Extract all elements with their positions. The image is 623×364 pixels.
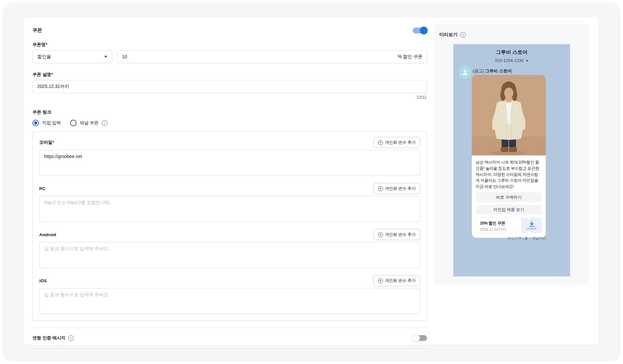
radio-direct-input[interactable]: [32, 120, 39, 126]
coupon-badge-label: COUPON: [527, 228, 537, 230]
coupon-link-label: 쿠폰 링크: [32, 109, 427, 115]
coupon-amount-input[interactable]: [117, 50, 427, 63]
toggle-knob: [420, 27, 428, 34]
message-text: 남성 캐시미어 니트 최대 10%할인 할인중! 놀라울 정도로 부드럽고 포근…: [476, 159, 542, 190]
coupon-desc-label: 쿠폰 설명*: [32, 72, 427, 78]
var-btn-label: 개인화 변수 추가: [385, 278, 416, 284]
coupon-notch: [527, 231, 531, 235]
field-group-pc: PC + 개인화 변수 추가: [39, 183, 420, 223]
var-btn-label: 개인화 변수 추가: [385, 232, 416, 237]
app-window: 쿠폰 쿠폰명* 할인율 % 할인 쿠폰 쿠폰 설명* 12/12 쿠폰 링크: [3, 3, 620, 361]
link-fields-box: 모바일* + 개인화 변수 추가 https://groobee.net PC …: [32, 131, 427, 321]
person-icon: [461, 69, 469, 76]
ios-label: iOS: [39, 278, 47, 283]
coupon-form: 쿠폰 쿠폰명* 할인율 % 할인 쿠폰 쿠폰 설명* 12/12 쿠폰 링크: [32, 18, 427, 349]
sender-name: 그루비 스토어: [485, 68, 512, 73]
coupon-name-label: 쿠폰명*: [32, 42, 427, 48]
plus-circle-icon: +: [378, 140, 383, 145]
view-lineup-button[interactable]: 라인업 제품 보기: [476, 205, 542, 214]
coupon-enable-toggle[interactable]: [413, 28, 427, 33]
ad-prefix: (광고): [473, 68, 484, 73]
plus-circle-icon: +: [378, 186, 383, 191]
coupon-type-value: 할인율: [37, 54, 51, 60]
coupon-type-select[interactable]: 할인율: [32, 50, 112, 63]
phone-preview: 그루비 스토어 010-1234-1234 (광고) 그루비 스토어: [453, 44, 570, 276]
coupon-name: 10% 할인 쿠폰: [480, 221, 521, 226]
var-btn-label: 개인화 변수 추가: [385, 186, 416, 191]
chevron-down-icon: [104, 56, 107, 58]
coupon-download-button[interactable]: COUPON: [521, 218, 542, 233]
download-icon: [529, 221, 535, 227]
phone-number: 010-1234-1234: [495, 58, 523, 63]
var-btn-label: 개인화 변수 추가: [385, 140, 416, 145]
preview-panel: 미리보기 i 그루비 스토어 010-1234-1234 (광고) 그루비 스토…: [434, 24, 589, 285]
char-counter: 12/12: [32, 95, 427, 100]
store-name: 그루비 스토어: [453, 49, 570, 56]
age-verify-info-icon[interactable]: i: [68, 335, 74, 341]
channel-coupon-info-icon[interactable]: i: [102, 120, 107, 126]
chevron-down-icon: [526, 60, 529, 62]
mobile-label: 모바일*: [39, 140, 54, 145]
android-deeplink-textarea[interactable]: [39, 242, 420, 268]
toggle-knob: [412, 334, 420, 342]
sender-avatar: [459, 66, 471, 79]
product-photo: [472, 75, 546, 155]
coupon-expiry: 2025.12.31까지: [480, 227, 521, 232]
section-title-coupon: 쿠폰: [32, 27, 42, 33]
phone-number-row[interactable]: 010-1234-1234: [453, 58, 570, 63]
age-verify-toggle[interactable]: [413, 335, 427, 341]
mobile-url-textarea[interactable]: https://groobee.net: [39, 150, 420, 176]
ios-deeplink-textarea[interactable]: [39, 288, 420, 314]
ad-sender-line: (광고) 그루비 스토어: [473, 68, 512, 74]
coupon-settings-card: 쿠폰 쿠폰명* 할인율 % 할인 쿠폰 쿠폰 설명* 12/12 쿠폰 링크: [23, 18, 599, 345]
add-personalization-variable-button[interactable]: + 개인화 변수 추가: [373, 137, 420, 148]
radio-channel-coupon[interactable]: [70, 120, 77, 126]
preview-title: 미리보기: [439, 32, 458, 38]
radio-direct-label: 직접 입력: [42, 120, 61, 126]
coupon-notch: [527, 216, 531, 220]
message-card: 남성 캐시미어 니트 최대 10%할인 할인중! 놀라울 정도로 부드럽고 포근…: [472, 75, 546, 238]
field-group-mobile: 모바일* + 개인화 변수 추가 https://groobee.net: [39, 137, 420, 177]
plus-circle-icon: +: [378, 278, 383, 283]
pc-url-textarea[interactable]: [39, 196, 420, 222]
section-divider: [32, 348, 427, 349]
plus-circle-icon: +: [378, 232, 383, 237]
android-label: Android: [39, 232, 56, 237]
unsubscribe-footer[interactable]: 수신거부 | 홈 > 채널차단: [472, 236, 546, 241]
add-personalization-variable-button[interactable]: + 개인화 변수 추가: [373, 183, 420, 194]
coupon-desc-input[interactable]: [32, 80, 427, 93]
radio-channel-label: 채널 쿠폰: [80, 120, 99, 126]
add-personalization-variable-button[interactable]: + 개인화 변수 추가: [373, 229, 420, 240]
add-personalization-variable-button[interactable]: + 개인화 변수 추가: [373, 275, 420, 286]
preview-info-icon[interactable]: i: [460, 32, 466, 38]
age-verify-label: 연령 인증 메시지: [32, 335, 66, 341]
buy-now-button[interactable]: 바로 구매하기: [476, 192, 542, 202]
coupon-widget: 10% 할인 쿠폰 2025.12.31까지 COUPON: [476, 218, 542, 233]
field-group-ios: iOS + 개인화 변수 추가: [39, 275, 420, 315]
pc-label: PC: [39, 186, 45, 191]
field-group-android: Android + 개인화 변수 추가: [39, 229, 420, 269]
